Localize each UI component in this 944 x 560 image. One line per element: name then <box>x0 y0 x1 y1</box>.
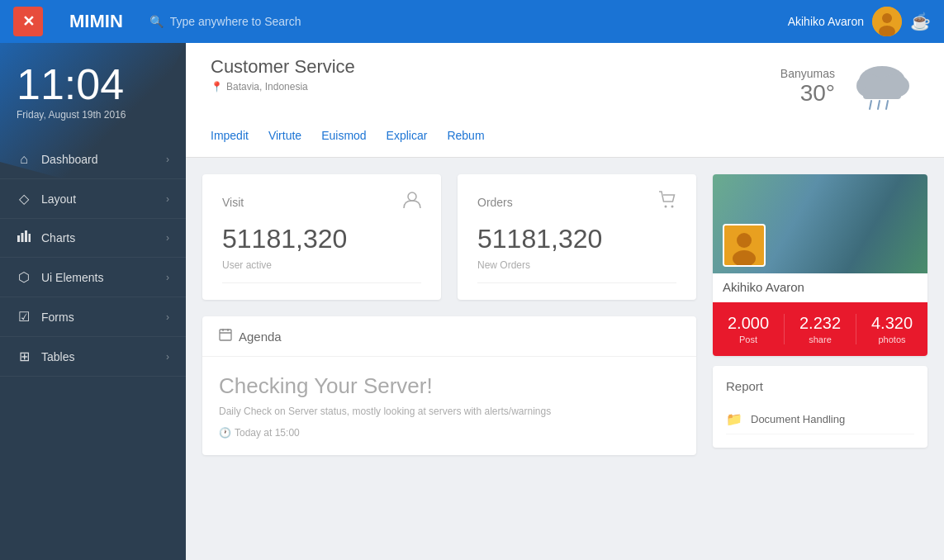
orders-number: 51181,320 <box>477 224 676 254</box>
sidebar-label-dashboard: Dashboard <box>41 153 98 166</box>
profile-stats-bar: 2.000 Post 2.232 share 4.320 photos <box>713 302 927 356</box>
header-tabs: Impedit Virtute Euismod Explicar Rebum <box>211 129 919 144</box>
header-top: Customer Service 📍 Batavia, Indonesia Ba… <box>211 56 919 117</box>
tab-virtute[interactable]: Virtute <box>268 129 301 144</box>
left-column: Visit 51181,320 User active <box>202 174 696 543</box>
forms-icon: ☑ <box>17 309 31 325</box>
weather-temp-display: Banyumas 30° <box>780 67 835 107</box>
svg-point-1 <box>882 13 892 23</box>
tab-rebum[interactable]: Rebum <box>447 129 484 144</box>
sidebar-time: 11:04 <box>0 43 186 109</box>
main-layout: 11:04 Friday, August 19th 2016 ⌂ Dashboa… <box>0 43 944 560</box>
sidebar-item-charts[interactable]: Charts › <box>0 219 186 258</box>
sidebar: 11:04 Friday, August 19th 2016 ⌂ Dashboa… <box>0 43 186 560</box>
right-column: Akihiko Avaron 2.000 Post 2.232 share 4.… <box>713 174 927 543</box>
svg-point-16 <box>671 206 674 208</box>
orders-label: Orders <box>477 196 513 209</box>
weather-degree: 30° <box>780 80 835 107</box>
profile-card: Akihiko Avaron 2.000 Post 2.232 share 4.… <box>713 174 927 356</box>
profile-cover <box>713 174 927 273</box>
location-text: Batavia, Indonesia <box>226 81 308 93</box>
layout-icon: ◇ <box>17 191 31 206</box>
location-pin-icon: 📍 <box>211 81 223 93</box>
agenda-event-time: 🕐 Today at 15:00 <box>219 427 680 439</box>
profile-avatar-wrap <box>723 224 766 267</box>
close-button[interactable]: ✕ <box>13 7 43 36</box>
sidebar-item-ui-elements[interactable]: ⬡ Ui Elements › <box>0 258 186 297</box>
header-left: Customer Service 📍 Batavia, Indonesia <box>211 56 355 93</box>
visit-card: Visit 51181,320 User active <box>202 174 441 300</box>
tab-euismod[interactable]: Euismod <box>321 129 366 144</box>
profile-stat-num-share: 2.232 <box>785 314 856 333</box>
top-navbar: ✕ MIMIN 🔍 Type anywhere to Search Akihik… <box>0 0 944 43</box>
chevron-icon: › <box>166 272 169 283</box>
clock-icon: 🕐 <box>219 427 231 439</box>
report-item-text: Document Handling <box>751 413 845 425</box>
ui-elements-icon: ⬡ <box>17 269 31 285</box>
svg-point-22 <box>737 233 752 248</box>
svg-rect-4 <box>21 233 24 242</box>
svg-line-12 <box>878 101 880 109</box>
orders-sublabel: New Orders <box>477 259 676 271</box>
weather-city: Banyumas <box>780 67 835 80</box>
header-location: 📍 Batavia, Indonesia <box>211 81 355 93</box>
visit-sublabel: User active <box>222 259 421 271</box>
content-area: Customer Service 📍 Batavia, Indonesia Ba… <box>186 43 944 560</box>
weather-icon <box>845 56 919 117</box>
sidebar-item-layout[interactable]: ◇ Layout › <box>0 179 186 219</box>
user-name: Akihiko Avaron <box>788 15 864 28</box>
sidebar-label-charts: Charts <box>41 231 75 244</box>
sidebar-date: Friday, August 19th 2016 <box>0 109 186 140</box>
visit-number: 51181,320 <box>222 224 421 254</box>
svg-point-15 <box>665 206 667 208</box>
tables-icon: ⊞ <box>17 349 31 364</box>
agenda-card: Agenda Checking Your Server! Daily Check… <box>202 316 696 455</box>
profile-stat-post: 2.000 Post <box>713 314 785 344</box>
svg-point-14 <box>408 192 416 201</box>
svg-line-11 <box>870 101 871 109</box>
svg-rect-17 <box>220 330 231 340</box>
tab-impedit[interactable]: Impedit <box>211 129 249 144</box>
profile-stat-label-share: share <box>785 335 856 344</box>
sidebar-item-left: ⌂ Dashboard <box>17 152 98 167</box>
report-card: Report 📁 Document Handling <box>713 366 927 448</box>
header-bar: Customer Service 📍 Batavia, Indonesia Ba… <box>186 43 944 158</box>
search-icon: 🔍 <box>149 15 164 28</box>
sidebar-item-left: ⊞ Tables <box>17 349 74 364</box>
content-body: Visit 51181,320 User active <box>186 158 944 560</box>
agenda-title: Agenda <box>239 330 282 344</box>
sidebar-item-dashboard[interactable]: ⌂ Dashboard › <box>0 140 186 179</box>
orders-card-header: Orders <box>477 191 676 214</box>
visit-card-header: Visit <box>222 191 421 214</box>
page-title: Customer Service <box>211 56 355 78</box>
profile-name: Akihiko Avaron <box>723 280 918 294</box>
agenda-icon <box>219 328 232 344</box>
profile-stat-share: 2.232 share <box>785 314 856 344</box>
profile-stat-num-photos: 4.320 <box>856 314 927 333</box>
brand-logo: MIMIN <box>56 11 136 32</box>
visit-label: Visit <box>222 196 244 209</box>
user-icon <box>403 191 421 214</box>
svg-line-13 <box>886 101 888 109</box>
sidebar-item-tables[interactable]: ⊞ Tables › <box>0 337 186 377</box>
svg-rect-10 <box>863 88 901 99</box>
svg-rect-5 <box>25 230 27 242</box>
sidebar-item-forms[interactable]: ☑ Forms › <box>0 297 186 337</box>
avatar[interactable] <box>872 7 902 36</box>
svg-rect-6 <box>29 234 31 242</box>
agenda-header: Agenda <box>202 316 696 357</box>
orders-card: Orders 51181,320 New Orders <box>458 174 696 300</box>
cup-icon[interactable]: ☕ <box>910 12 931 31</box>
search-placeholder-text: Type anywhere to Search <box>170 15 301 28</box>
sidebar-label-forms: Forms <box>41 311 74 324</box>
stats-row: Visit 51181,320 User active <box>202 174 696 300</box>
agenda-body: Checking Your Server! Daily Check on Ser… <box>202 357 696 455</box>
folder-icon: 📁 <box>726 411 742 427</box>
event-time-text: Today at 15:00 <box>235 427 300 439</box>
chevron-icon: › <box>166 311 169 323</box>
tab-explicar[interactable]: Explicar <box>387 129 428 144</box>
agenda-event-title: Checking Your Server! <box>219 373 680 399</box>
profile-stat-num-post: 2.000 <box>713 314 784 333</box>
search-bar[interactable]: 🔍 Type anywhere to Search <box>149 15 775 28</box>
report-item[interactable]: 📁 Document Handling <box>726 405 914 434</box>
